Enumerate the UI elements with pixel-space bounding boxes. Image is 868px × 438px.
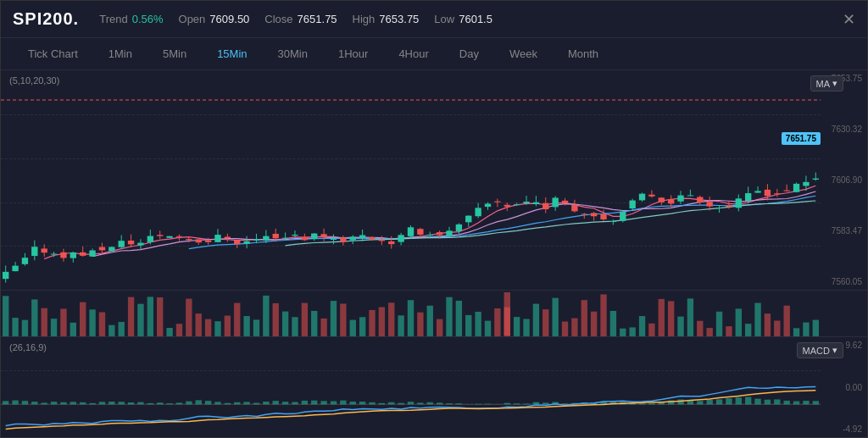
close-label: Close <box>264 13 292 25</box>
current-price-badge: 7651.75 <box>782 132 821 145</box>
open-label: Open <box>179 13 206 25</box>
y-label-2: 7630.32 <box>822 125 865 134</box>
close-button[interactable]: ✕ <box>843 10 855 29</box>
chart-area: (5,10,20,30) MA ▾ 7653.75 7630.32 7606.9… <box>1 70 867 437</box>
y-label-3: 7606.90 <box>822 175 865 185</box>
timeframe-navigation: Tick Chart 1Min 5Min 15Min 30Min 1Hour 4… <box>1 38 867 70</box>
macd-y-2: 0.00 <box>822 383 865 392</box>
low-value: 7601.5 <box>459 13 492 25</box>
trading-chart-container: SPI200. Trend 0.56% Open 7609.50 Close 7… <box>0 0 868 438</box>
main-chart-canvas <box>1 70 821 290</box>
macd-dropdown[interactable]: MACD ▾ <box>797 342 843 358</box>
trend-value: 0.56% <box>132 13 164 25</box>
main-y-axis: 7653.75 7630.32 7606.90 7583.47 7560.05 <box>821 70 867 290</box>
y-label-4: 7583.47 <box>822 226 865 236</box>
main-chart: (5,10,20,30) MA ▾ 7653.75 7630.32 7606.9… <box>1 70 867 290</box>
tf-day[interactable]: Day <box>444 42 494 65</box>
tf-1min[interactable]: 1Min <box>93 42 147 65</box>
trend-label: Trend <box>99 13 127 25</box>
volume-canvas <box>1 291 821 337</box>
macd-indicator-badge: MACD ▾ <box>797 342 843 358</box>
macd-indicator-label: (26,16,9) <box>9 342 47 352</box>
y-label-5: 7560.05 <box>822 277 865 286</box>
macd-badge-label: MACD <box>803 346 830 356</box>
open-stat: Open 7609.50 <box>179 13 250 25</box>
low-stat: Low 7601.5 <box>434 13 492 25</box>
macd-canvas <box>1 337 821 437</box>
symbol-label: SPI200. <box>13 9 79 29</box>
open-value: 7609.50 <box>209 13 249 25</box>
low-label: Low <box>434 13 454 25</box>
high-value: 7653.75 <box>379 13 419 25</box>
tf-1hour[interactable]: 1Hour <box>323 42 383 65</box>
high-label: High <box>353 13 376 25</box>
ma-indicator-badge: MA ▾ <box>810 75 844 91</box>
close-value: 7651.75 <box>298 13 337 25</box>
volume-chart <box>1 290 867 336</box>
macd-y-3: -4.92 <box>822 424 865 434</box>
chart-stats: Trend 0.56% Open 7609.50 Close 7651.75 H… <box>99 13 834 25</box>
tf-tick[interactable]: Tick Chart <box>13 42 93 65</box>
ma-dropdown[interactable]: MA ▾ <box>810 75 844 91</box>
tf-month[interactable]: Month <box>553 42 614 65</box>
tf-4hour[interactable]: 4Hour <box>383 42 443 65</box>
macd-chart: (26,16,9) MACD ▾ 9.62 0.00 -4.92 <box>1 336 867 437</box>
tf-30min[interactable]: 30Min <box>263 42 323 65</box>
close-stat: Close 7651.75 <box>264 13 337 25</box>
macd-dropdown-icon: ▾ <box>832 345 837 356</box>
high-stat: High 7653.75 <box>353 13 420 25</box>
tf-5min[interactable]: 5Min <box>147 42 202 65</box>
chart-header: SPI200. Trend 0.56% Open 7609.50 Close 7… <box>1 1 867 38</box>
ma-indicator-label: (5,10,20,30) <box>9 75 59 86</box>
ma-badge-label: MA <box>816 79 831 89</box>
trend-stat: Trend 0.56% <box>99 13 163 25</box>
tf-15min[interactable]: 15Min <box>202 42 262 65</box>
ma-dropdown-icon: ▾ <box>832 78 837 89</box>
tf-week[interactable]: Week <box>494 42 553 65</box>
